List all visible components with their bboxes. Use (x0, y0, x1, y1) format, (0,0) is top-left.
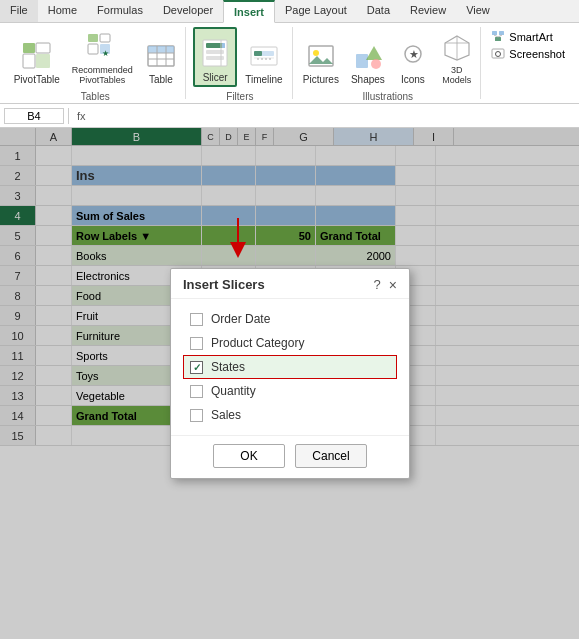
filters-group-label: Filters (226, 89, 253, 102)
tab-home[interactable]: Home (38, 0, 87, 22)
3d-models-icon (441, 31, 473, 63)
slicer-item-sales[interactable]: Sales (183, 403, 397, 427)
recommended-pivottables-button[interactable]: ★ RecommendedPivotTables (68, 27, 137, 87)
slicer-item-states[interactable]: ✓ States (183, 355, 397, 379)
modal-body: Order Date Product Category ✓ States Qua… (171, 299, 409, 435)
smartart-button[interactable]: SmartArt (487, 29, 569, 45)
cell-reference-input[interactable] (4, 108, 64, 124)
cancel-button[interactable]: Cancel (295, 444, 367, 468)
modal-title: Insert Slicers (183, 277, 265, 292)
svg-point-30 (313, 50, 319, 56)
svg-marker-33 (366, 46, 382, 60)
slicer-label-quantity: Quantity (211, 384, 256, 398)
svg-rect-3 (36, 54, 50, 68)
pivot-table-button[interactable]: PivotTable (10, 27, 64, 87)
icons-icon: ★ (397, 40, 429, 72)
ok-button[interactable]: OK (213, 444, 285, 468)
modal-help-button[interactable]: ? (374, 277, 381, 292)
pictures-label: Pictures (303, 74, 339, 85)
svg-rect-10 (148, 46, 174, 53)
screenshot-button[interactable]: Screenshot (487, 46, 569, 62)
timeline-label: Timeline (245, 74, 282, 85)
slicer-label-sales: Sales (211, 408, 241, 422)
modal-header: Insert Slicers ? × (171, 269, 409, 299)
svg-rect-23 (254, 51, 262, 56)
modal-close-button[interactable]: × (389, 278, 397, 292)
timeline-icon (248, 40, 280, 72)
slicer-label-product-category: Product Category (211, 336, 304, 350)
insert-slicers-modal: Insert Slicers ? × Order Date Product Ca… (170, 268, 410, 479)
function-indicator: fx (73, 110, 90, 122)
table-icon (145, 40, 177, 72)
svg-text:★: ★ (102, 49, 109, 58)
tab-pagelayout[interactable]: Page Layout (275, 0, 357, 22)
screenshot-label: Screenshot (509, 48, 565, 60)
tab-insert[interactable]: Insert (223, 0, 275, 23)
svg-rect-41 (499, 31, 504, 35)
table-button[interactable]: Table (141, 27, 181, 87)
slicer-label-order-date: Order Date (211, 312, 270, 326)
checkbox-states[interactable]: ✓ (190, 361, 203, 374)
3d-models-button[interactable]: 3DModels (437, 27, 477, 87)
pivot-table-icon (21, 40, 53, 72)
ribbon-content: PivotTable ★ RecommendedPivotTables (0, 23, 579, 103)
tab-review[interactable]: Review (400, 0, 456, 22)
arrow-indicator (228, 218, 248, 261)
shapes-icon (352, 40, 384, 72)
recommended-pivottables-icon: ★ (86, 31, 118, 63)
ribbon-group-filters: Slicer (188, 27, 294, 99)
svg-rect-6 (88, 44, 98, 54)
ribbon-group-tables: PivotTable ★ RecommendedPivotTables (6, 27, 186, 99)
timeline-button[interactable]: Timeline (241, 27, 286, 87)
checkbox-order-date[interactable] (190, 313, 203, 326)
svg-rect-5 (100, 34, 110, 42)
tab-data[interactable]: Data (357, 0, 400, 22)
ribbon-group-illustrations: Pictures Shapes (295, 27, 481, 99)
checkmark-states: ✓ (193, 362, 201, 373)
smartart-icon (491, 30, 505, 44)
formula-divider (68, 108, 69, 124)
tab-file[interactable]: File (0, 0, 38, 22)
checkbox-quantity[interactable] (190, 385, 203, 398)
tab-developer[interactable]: Developer (153, 0, 223, 22)
checkbox-sales[interactable] (190, 409, 203, 422)
svg-text:★: ★ (409, 48, 419, 60)
pictures-icon (305, 40, 337, 72)
tables-group-label: Tables (81, 89, 110, 102)
svg-rect-0 (23, 43, 35, 53)
tab-formulas[interactable]: Formulas (87, 0, 153, 22)
illustrations-group-label: Illustrations (363, 89, 414, 102)
screenshot-icon (491, 47, 505, 61)
slicer-button[interactable]: Slicer (193, 27, 237, 87)
icons-button[interactable]: ★ Icons (393, 27, 433, 87)
svg-rect-2 (23, 54, 35, 68)
slicer-item-quantity[interactable]: Quantity (183, 379, 397, 403)
svg-point-46 (496, 52, 501, 57)
ribbon-side: SmartArt Screenshot (483, 27, 573, 99)
checkbox-product-category[interactable] (190, 337, 203, 350)
svg-rect-20 (222, 43, 225, 48)
smartart-label: SmartArt (509, 31, 552, 43)
pictures-button[interactable]: Pictures (299, 27, 343, 87)
slicer-item-order-date[interactable]: Order Date (183, 307, 397, 331)
icons-label: Icons (401, 74, 425, 85)
formula-input[interactable] (94, 109, 575, 123)
tab-view[interactable]: View (456, 0, 500, 22)
ribbon: File Home Formulas Developer Insert Page… (0, 0, 579, 104)
shapes-button[interactable]: Shapes (347, 27, 389, 87)
slicer-item-product-category[interactable]: Product Category (183, 331, 397, 355)
svg-line-44 (498, 35, 502, 37)
svg-rect-40 (492, 31, 497, 35)
slicer-icon (199, 38, 231, 70)
svg-line-43 (494, 35, 498, 37)
slicer-label-states: States (211, 360, 245, 374)
svg-rect-32 (356, 54, 368, 68)
shapes-label: Shapes (351, 74, 385, 85)
3d-models-label: 3DModels (442, 65, 471, 85)
svg-rect-1 (36, 43, 50, 53)
modal-controls: ? × (374, 277, 397, 292)
spreadsheet: A B C D E F G H I 1 2 Ins (0, 128, 579, 639)
formula-bar: fx (0, 104, 579, 128)
svg-rect-4 (88, 34, 98, 42)
svg-point-34 (371, 59, 381, 69)
